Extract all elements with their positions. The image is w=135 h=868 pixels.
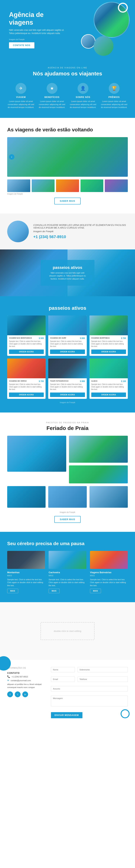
sobre-icon: 👤 (77, 83, 89, 94)
cerebro-mais-btn-3[interactable]: MAIS (90, 589, 101, 593)
passeio-text-3: Sample text. Click to select the text bo… (91, 340, 126, 348)
summer-img-label: Imagem de Freepik (7, 193, 128, 195)
praia-bottom-image-3 (90, 486, 128, 508)
cerebro-card-text-3: Sample text. Click to select the text bo… (90, 578, 128, 587)
passeio-order-btn-1[interactable]: ORDEM AGORA (9, 349, 44, 354)
summer-thumb-1[interactable] (7, 180, 30, 192)
passeio-price-2: $ 800 (80, 337, 85, 339)
editing-section: double click to start editing (0, 602, 135, 660)
summer-thumb-4[interactable] (80, 180, 103, 192)
footer-email-input[interactable] (51, 677, 75, 682)
feature-premios: 🏆 PRÊMIOS Lorem ipsum dolor sit amet con… (100, 83, 128, 109)
summer-thumb-3[interactable] (56, 180, 79, 192)
feature-viagem: ✈ VIAGEM Lorem ipsum dolor sit amet cons… (7, 83, 35, 109)
footer-phone-item: 📞 +1 (234) 567-8910 (7, 675, 45, 678)
cerebro-image-1 (7, 551, 45, 569)
footer-phone: +1 (234) 567-8910 (11, 676, 28, 678)
footer-telefone-input[interactable] (77, 677, 128, 682)
praia-bottom-image-2 (48, 486, 87, 508)
praia-sub-title: PACOTES DE PASSEIOS NA PRAIA (7, 422, 128, 424)
contact-phone: +1 (234) 567-8910 (33, 235, 128, 239)
praia-saber-mais-button[interactable]: SABER MAIS (54, 516, 80, 523)
passeio-order-btn-3[interactable]: ORDEM AGORA (91, 349, 126, 354)
footer-sub-title: INFORMAÇÕES DE (7, 667, 45, 669)
passeio-text-5: Sample text. Click to select the text bo… (50, 383, 85, 391)
social-linkedin-icon[interactable]: in (22, 691, 28, 697)
cerebro-mais-btn-2[interactable]: MAIS (48, 589, 60, 593)
passeios-grid: VIAGEM NAS MONTANHAS $ 500 Sample text. … (7, 315, 128, 399)
feature-beneficios: ★ BENEFÍCIOS Lorem ipsum dolor sit amet … (38, 83, 66, 109)
cerebro-image-3 (90, 551, 128, 569)
hero-small-image-2 (94, 36, 113, 56)
footer-form-nome (51, 667, 75, 674)
summer-main-image (7, 137, 128, 177)
footer-sobrenome-input[interactable] (77, 667, 128, 672)
cerebro-card-title-1: Montanhas (7, 571, 45, 574)
praia-bottom-image-1 (7, 486, 45, 508)
cerebro-card-text-2: Sample text. Click to select the text bo… (48, 578, 87, 587)
social-facebook-icon[interactable]: f (7, 691, 13, 697)
praia-main-grid (7, 436, 128, 484)
passeio-image-3 (90, 315, 128, 335)
passeios-title: passeios ativos (7, 305, 128, 311)
footer-contact-info: INFORMAÇÕES DE contato 📞 +1 (234) 567-89… (7, 667, 45, 718)
footer-form-email (51, 677, 75, 683)
footer: INFORMAÇÕES DE contato 📞 +1 (234) 567-89… (0, 660, 135, 724)
viagem-icon: ✈ (15, 83, 26, 94)
passeio-order-btn-4[interactable]: ORDEM AGORA (9, 393, 44, 397)
passeio-name-2: VIAGENS DE SURF (50, 337, 80, 339)
feature-viagem-text: Lorem ipsum dolor sit amet consectetur a… (7, 100, 35, 109)
footer-email-item: ✉ contato@yourmail.com (7, 679, 45, 682)
editing-placeholder-box[interactable]: double click to start editing (40, 622, 95, 640)
footer-nome-input[interactable] (51, 667, 75, 672)
cerebro-card-sub-3: MAIS (90, 575, 128, 577)
slider-prev-button[interactable]: ‹ (9, 154, 14, 160)
cerebro-mais-btn-1[interactable]: MAIS (7, 589, 18, 593)
cerebro-card-3: Viagens Balneárias MAIS Sample text. Cli… (90, 551, 128, 593)
premios-icon: 🏆 (109, 83, 120, 94)
passeio-name-5: TOUR FOTOGRÁFICO (50, 380, 80, 382)
cerebro-card-sub-1: MAIS (7, 575, 45, 577)
cerebro-card-1: Montanhas MAIS Sample text. Click to sel… (7, 551, 45, 593)
cerebro-card-2: Cachoeira MAIS Sample text. Click to sel… (48, 551, 87, 593)
feature-premios-title: PRÊMIOS (100, 96, 128, 98)
social-twitter-icon[interactable]: t (15, 691, 21, 697)
footer-assunto-input[interactable] (51, 686, 128, 691)
praia-image-3 (69, 465, 128, 484)
praia-image-1 (7, 436, 66, 472)
passeio-card-3: VIAGENS MARÍTIMAS $ 700 Sample text. Cli… (90, 315, 128, 356)
passeio-order-btn-6[interactable]: ORDEM AGORA (91, 393, 126, 397)
feature-sobre: 👤 SOBRE NÓS Lorem ipsum dolor sit amet c… (69, 83, 97, 109)
footer-submit-button[interactable]: ENVIAR MENSAGEM (51, 712, 82, 718)
summer-thumb-2[interactable] (32, 180, 55, 192)
cerebro-card-title-3: Viagens Balneárias (90, 571, 128, 574)
help-title: Nós ajudamos os viajantes (7, 70, 128, 77)
summer-thumbnails (7, 180, 128, 192)
cerebro-card-sub-2: MAIS (48, 575, 87, 577)
summer-thumb-5[interactable] (105, 180, 128, 192)
passeio-name-6: ALMAS (91, 380, 121, 382)
hero-text: Nibh venenatis cras sed felis eget velit… (9, 28, 67, 35)
summer-slider: ‹ (7, 137, 128, 177)
section-contact-banner: CONVALLIS POSUERE MORBI LEO URNA MOLESTI… (0, 213, 135, 249)
footer-form: ENVIAR MENSAGEM (51, 667, 128, 718)
passeio-text-6: Sample text. Click to select the text bo… (91, 383, 126, 391)
editing-placeholder-text: double click to start editing (54, 630, 81, 632)
passeio-image-5 (48, 359, 87, 378)
cerebro-card-text-1: Sample text. Click to select the text bo… (7, 578, 45, 587)
hero-contact-button[interactable]: CONTATE NOS (9, 42, 34, 49)
passeio-card-1: VIAGEM NAS MONTANHAS $ 500 Sample text. … (7, 315, 45, 356)
summer-title: As viagens de verão estão voltando (7, 127, 128, 133)
contact-banner-content: CONVALLIS POSUERE MORBI LEO URNA MOLESTI… (33, 224, 128, 239)
passeio-image-2 (48, 315, 87, 335)
passeio-order-btn-2[interactable]: ORDEM AGORA (50, 349, 85, 354)
passeio-image-6 (90, 359, 128, 378)
summer-saber-mais-button[interactable]: SABER MAIS (54, 197, 80, 205)
footer-mensagem-input[interactable] (51, 695, 128, 706)
passeio-name-1: VIAGEM NAS MONTANHAS (9, 337, 39, 339)
passeio-image-4 (7, 359, 45, 378)
passeio-order-btn-5[interactable]: ORDEM AGORA (50, 393, 85, 397)
cerebro-grid: Montanhas MAIS Sample text. Click to sel… (7, 551, 128, 593)
praia-bottom-row (7, 486, 128, 508)
active-banner-text: Nibh venenatis cras sed felis eget velit… (48, 271, 87, 280)
